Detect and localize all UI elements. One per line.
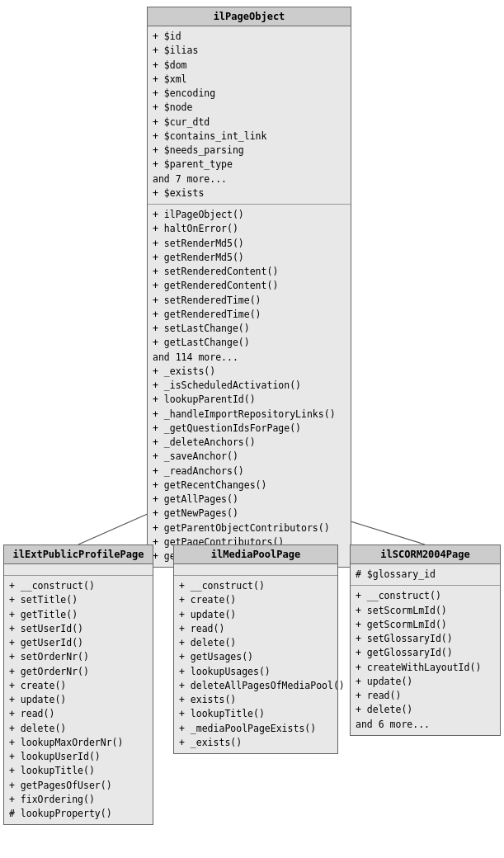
- method-exists-mp: + exists(): [179, 693, 332, 707]
- method-delete-sc: + delete(): [356, 703, 495, 717]
- ilExtPublicProfilePage-title: ilExtPublicProfilePage: [4, 545, 153, 564]
- method-deleteAnchors: + _deleteAnchors(): [153, 436, 346, 450]
- attr-encoding: + $encoding: [153, 87, 346, 101]
- method-lookupProperty: # lookupProperty(): [9, 807, 148, 821]
- method-update: + update(): [9, 693, 148, 707]
- method-setLastChange: + setLastChange(): [153, 322, 346, 336]
- ilSCORM2004Page-box: ilSCORM2004Page # $glossary_id + __const…: [350, 544, 501, 736]
- method-deleteAllPagesOfMediaPool: + deleteAllPagesOfMediaPool(): [179, 679, 332, 693]
- method-exists2-mp: + _exists(): [179, 736, 332, 750]
- ilExtPublicProfilePage-attributes: [4, 564, 153, 576]
- method-getScormLmId: + getScormLmId(): [356, 618, 495, 632]
- method-lookupUsages: + lookupUsages(): [179, 665, 332, 679]
- attr-dom: + $dom: [153, 59, 346, 73]
- method-getUsages: + getUsages(): [179, 650, 332, 664]
- method-createWithLayoutId: + createWithLayoutId(): [356, 661, 495, 675]
- method-setRenderMd5: + setRenderMd5(): [153, 237, 346, 251]
- method-getRenderMd5: + getRenderMd5(): [153, 251, 346, 265]
- ilMediaPoolPage-title: ilMediaPoolPage: [174, 545, 337, 564]
- attr-xml: + $xml: [153, 73, 346, 87]
- ilExtPublicProfilePage-methods: + __construct() + setTitle() + getTitle(…: [4, 576, 153, 824]
- method-getPagesOfUser: + getPagesOfUser(): [9, 779, 148, 793]
- method-update-mp: + update(): [179, 608, 332, 622]
- method-delete: + delete(): [9, 722, 148, 736]
- method-getRenderedTime: + getRenderedTime(): [153, 308, 346, 322]
- attr-glossary-id: # $glossary_id: [356, 568, 495, 582]
- method-create-mp: + create(): [179, 593, 332, 607]
- method-setRenderedTime: + setRenderedTime(): [153, 294, 346, 308]
- ilExtPublicProfilePage-box: ilExtPublicProfilePage + __construct() +…: [3, 544, 153, 825]
- method-delete-mp: + delete(): [179, 636, 332, 650]
- method-and-114-more: and 114 more...: [153, 351, 346, 365]
- method-getUserId: + getUserId(): [9, 636, 148, 650]
- method-getTitle: + getTitle(): [9, 608, 148, 622]
- ilPageObject-title: ilPageObject: [148, 7, 351, 26]
- ilSCORM2004Page-title: ilSCORM2004Page: [351, 545, 500, 564]
- method-getLastChange: + getLastChange(): [153, 336, 346, 350]
- method-lookupMaxOrderNr: + lookupMaxOrderNr(): [9, 736, 148, 750]
- method-and-6-more: and 6 more...: [356, 718, 495, 732]
- ilPageObject-attributes: + $id + $ilias + $dom + $xml + $encoding…: [148, 26, 351, 205]
- diagram-container: ilPageObject + $id + $ilias + $dom + $xm…: [0, 0, 504, 858]
- ilPageObject-box: ilPageObject + $id + $ilias + $dom + $xm…: [147, 7, 351, 568]
- attr-and-more: and 7 more...: [153, 172, 346, 186]
- attr-cur-dtd: + $cur_dtd: [153, 116, 346, 130]
- method-handleImportRepositoryLinks: + _handleImportRepositoryLinks(): [153, 408, 346, 422]
- method-readAnchors: + _readAnchors(): [153, 464, 346, 478]
- method-getRecentChanges: + getRecentChanges(): [153, 478, 346, 493]
- method-getQuestionIdsForPage: + _getQuestionIdsForPage(): [153, 422, 346, 436]
- method-setOrderNr: + setOrderNr(): [9, 650, 148, 664]
- method-lookupTitle: + lookupTitle(): [9, 764, 148, 778]
- ilMediaPoolPage-methods: + __construct() + create() + update() + …: [174, 576, 337, 753]
- method-read-sc: + read(): [356, 689, 495, 703]
- attr-contains-int-link: + $contains_int_link: [153, 130, 346, 144]
- method-lookupTitle-mp: + lookupTitle(): [179, 707, 332, 721]
- attr-ilias: + $ilias: [153, 44, 346, 58]
- method-getNewPages: + getNewPages(): [153, 507, 346, 521]
- method-getParentObjectContributors: + getParentObjectContributors(): [153, 521, 346, 535]
- method-setRenderedContent: + setRenderedContent(): [153, 265, 346, 279]
- attr-parent-type: + $parent_type: [153, 158, 346, 172]
- attr-id: + $id: [153, 30, 346, 44]
- attr-node: + $node: [153, 101, 346, 115]
- method-construct-sc: + __construct(): [356, 589, 495, 603]
- ilSCORM2004Page-attributes: # $glossary_id: [351, 564, 500, 586]
- attr-needs-parsing: + $needs_parsing: [153, 144, 346, 158]
- method-setTitle: + setTitle(): [9, 593, 148, 607]
- method-mediaPoolPageExists: + _mediaPoolPageExists(): [179, 722, 332, 736]
- method-getOrderNr: + getOrderNr(): [9, 665, 148, 679]
- ilMediaPoolPage-attributes: [174, 564, 337, 576]
- method-read-mp: + read(): [179, 622, 332, 636]
- svg-line-0: [78, 510, 157, 544]
- method-saveAnchor: + _saveAnchor(): [153, 450, 346, 464]
- method-getRenderedContent: + getRenderedContent(): [153, 279, 346, 293]
- method-update-sc: + update(): [356, 675, 495, 689]
- method-setUserId: + setUserId(): [9, 622, 148, 636]
- method-lookupParentId: + lookupParentId(): [153, 393, 346, 407]
- method-create: + create(): [9, 679, 148, 693]
- method-isScheduledActivation: + _isScheduledActivation(): [153, 379, 346, 393]
- method-construct: + __construct(): [9, 579, 148, 593]
- method-setScormLmId: + setScormLmId(): [356, 604, 495, 618]
- method-getGlossaryId: + getGlossaryId(): [356, 646, 495, 660]
- method-setGlossaryId: + setGlossaryId(): [356, 632, 495, 646]
- method-fixOrdering: + fixOrdering(): [9, 793, 148, 807]
- method-getAllPages: + getAllPages(): [153, 493, 346, 507]
- method-read: + read(): [9, 707, 148, 721]
- ilMediaPoolPage-box: ilMediaPoolPage + __construct() + create…: [173, 544, 338, 754]
- ilSCORM2004Page-methods: + __construct() + setScormLmId() + getSc…: [351, 586, 500, 735]
- method-construct-mp: + __construct(): [179, 579, 332, 593]
- method-exists: + _exists(): [153, 365, 346, 379]
- ilPageObject-methods: + ilPageObject() + haltOnError() + setRe…: [148, 205, 351, 567]
- method-ilPageObject: + ilPageObject(): [153, 208, 346, 222]
- attr-exists: + $exists: [153, 186, 346, 200]
- method-haltOnError: + haltOnError(): [153, 222, 346, 236]
- method-lookupUserId: + lookupUserId(): [9, 750, 148, 764]
